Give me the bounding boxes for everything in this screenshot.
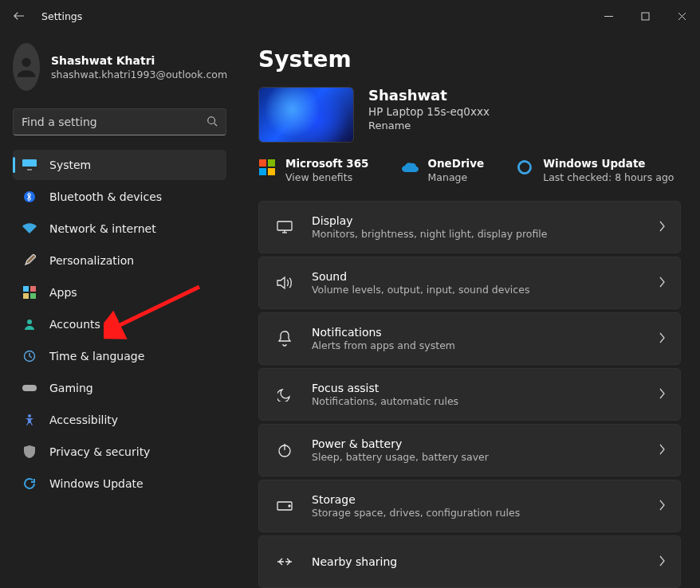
card-storage[interactable]: Storage Storage space, drives, configura…	[258, 480, 681, 532]
card-focus-assist[interactable]: Focus assist Notifications, automatic ru…	[258, 368, 681, 421]
device-wallpaper[interactable]	[258, 87, 354, 143]
chevron-right-icon	[658, 220, 666, 235]
nav-item-personalization[interactable]: Personalization	[13, 245, 226, 276]
nav-item-accessibility[interactable]: Accessibility	[13, 405, 226, 435]
svg-rect-20	[268, 159, 275, 167]
profile[interactable]: Shashwat Khatri shashwat.khatri1993@outl…	[13, 43, 226, 91]
nav-item-apps[interactable]: Apps	[13, 277, 226, 308]
svg-rect-17	[22, 385, 37, 391]
accounts-icon	[22, 317, 37, 331]
nav-label: Personalization	[49, 254, 134, 267]
nearby-icon	[273, 556, 296, 567]
update-icon	[22, 476, 37, 491]
svg-point-30	[289, 505, 290, 507]
profile-email: shashwat.khatri1993@outlook.com	[51, 69, 227, 80]
nav-item-network[interactable]: Network & internet	[13, 214, 226, 244]
nav-item-system[interactable]: System	[13, 150, 226, 180]
search-box[interactable]	[13, 108, 226, 135]
nav-label: Accounts	[49, 318, 100, 331]
svg-rect-9	[27, 169, 32, 171]
card-desc: Monitors, brightness, night light, displ…	[312, 228, 658, 240]
bluetooth-icon	[22, 190, 37, 204]
m365-icon	[258, 159, 276, 176]
nav-label: Time & language	[49, 350, 144, 363]
card-desc: Volume levels, output, input, sound devi…	[312, 284, 658, 296]
svg-point-4	[22, 58, 30, 67]
svg-rect-21	[259, 168, 266, 175]
power-icon	[273, 443, 296, 457]
quick-onedrive[interactable]: OneDrive Manage	[401, 157, 485, 183]
svg-rect-8	[22, 167, 37, 169]
rename-link[interactable]: Rename	[368, 120, 490, 131]
chevron-right-icon	[658, 443, 666, 458]
wifi-icon	[22, 221, 37, 236]
nav-item-time-language[interactable]: Time & language	[13, 341, 226, 371]
back-button[interactable]	[8, 5, 30, 27]
search-input[interactable]	[22, 116, 206, 128]
nav-label: Gaming	[49, 382, 93, 394]
card-display[interactable]: Display Monitors, brightness, night ligh…	[258, 201, 681, 253]
main-content: System Shashwat HP Laptop 15s-eq0xxx Ren…	[239, 32, 700, 588]
sidebar: Shashwat Khatri shashwat.khatri1993@outl…	[0, 32, 239, 588]
close-button[interactable]	[663, 3, 700, 29]
quick-sub: Last checked: 8 hours ago	[543, 171, 674, 183]
window-title: Settings	[41, 10, 82, 22]
nav-label: Windows Update	[49, 477, 144, 490]
storage-icon	[273, 501, 296, 511]
svg-point-10	[24, 191, 35, 202]
card-desc: Sleep, battery usage, battery saver	[312, 451, 658, 463]
nav-label: Bluetooth & devices	[49, 190, 162, 203]
card-title: Focus assist	[312, 382, 658, 394]
quick-windows-update[interactable]: Windows Update Last checked: 8 hours ago	[516, 157, 674, 183]
moon-icon	[273, 387, 296, 402]
chevron-right-icon	[658, 555, 666, 570]
device-model: HP Laptop 15s-eq0xxx	[368, 105, 490, 118]
brush-icon	[22, 253, 37, 268]
onedrive-icon	[401, 159, 419, 176]
quick-title: Microsoft 365	[285, 157, 369, 170]
quick-title: Windows Update	[543, 157, 674, 170]
card-title: Notifications	[312, 326, 658, 339]
titlebar: Settings	[0, 0, 700, 32]
svg-rect-12	[30, 286, 36, 292]
nav-item-accounts[interactable]: Accounts	[13, 309, 226, 339]
nav-label: Network & internet	[49, 222, 156, 235]
maximize-button[interactable]	[627, 3, 663, 29]
nav-item-windows-update[interactable]: Windows Update	[13, 468, 226, 499]
profile-name: Shashwat Khatri	[51, 54, 227, 67]
chevron-right-icon	[658, 276, 666, 291]
bell-icon	[273, 331, 296, 347]
nav-item-bluetooth[interactable]: Bluetooth & devices	[13, 182, 226, 212]
svg-point-15	[27, 319, 32, 324]
display-icon	[273, 221, 296, 233]
clock-icon	[22, 349, 37, 363]
card-desc: Notifications, automatic rules	[312, 395, 658, 407]
quick-m365[interactable]: Microsoft 365 View benefits	[258, 157, 369, 183]
card-power[interactable]: Power & battery Sleep, battery usage, ba…	[258, 424, 681, 476]
card-sound[interactable]: Sound Volume levels, output, input, soun…	[258, 257, 681, 309]
accessibility-icon	[22, 413, 37, 427]
sound-icon	[273, 276, 296, 290]
update-icon	[516, 159, 533, 176]
card-nearby-sharing[interactable]: Nearby sharing	[258, 535, 681, 588]
chevron-right-icon	[658, 387, 666, 402]
svg-point-18	[28, 414, 31, 417]
nav-label: Privacy & security	[49, 445, 150, 458]
apps-icon	[22, 285, 37, 300]
quick-sub: Manage	[428, 171, 485, 183]
shield-icon	[22, 445, 37, 459]
chevron-right-icon	[658, 331, 666, 347]
nav-item-gaming[interactable]: Gaming	[13, 373, 226, 403]
card-notifications[interactable]: Notifications Alerts from apps and syste…	[258, 312, 681, 365]
system-icon	[22, 158, 37, 172]
quick-sub: View benefits	[285, 171, 369, 183]
nav-item-privacy[interactable]: Privacy & security	[13, 437, 226, 467]
card-title: Nearby sharing	[312, 555, 658, 568]
device-name: Shashwat	[368, 87, 490, 104]
card-desc: Storage space, drives, configuration rul…	[312, 507, 658, 519]
minimize-button[interactable]	[590, 3, 627, 29]
quick-title: OneDrive	[428, 157, 485, 170]
svg-rect-24	[277, 221, 292, 230]
nav-label: System	[49, 159, 91, 171]
card-title: Sound	[312, 270, 658, 283]
